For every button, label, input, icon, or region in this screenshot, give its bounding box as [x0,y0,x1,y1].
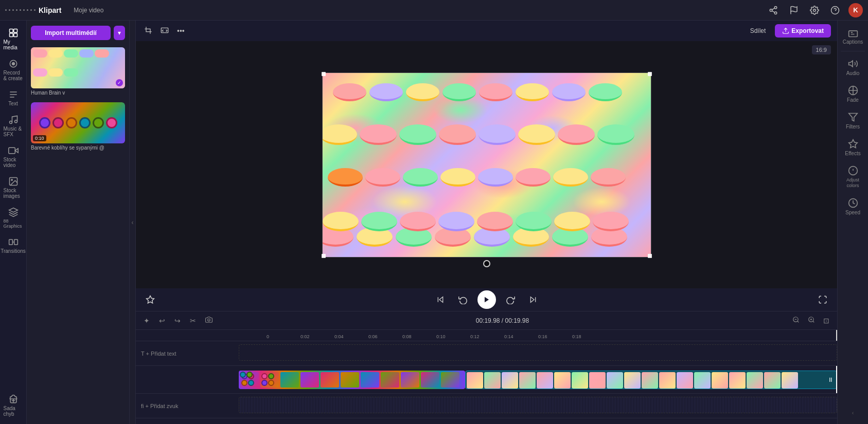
right-tool-speed[interactable]: Speed [839,194,867,219]
snapshot-button[interactable] [203,315,215,326]
media-thumb-brain: ✓ [31,47,125,88]
corner-tr[interactable] [648,72,652,76]
sidebar-label-my-media: My media [4,39,23,50]
main-area: My media Record & create Text Music & SF… [0,21,868,424]
svg-line-39 [813,321,814,323]
corner-tl[interactable] [322,72,326,76]
audio-track-row: fi + Přidat zvuk [136,394,837,418]
svg-marker-32 [530,297,534,303]
center-area: ••• Sdílet Exportovat 16:9 [136,21,837,424]
zoom-in-button[interactable] [805,315,818,326]
settings-icon[interactable] [807,3,822,17]
avatar[interactable]: K [848,3,863,17]
fit-timeline-button[interactable]: ⊡ [821,315,832,326]
panel-collapse-handle[interactable]: ‹ [130,21,136,424]
right-tool-filters[interactable]: Filters [839,108,867,134]
fit-screen-button[interactable] [158,24,171,38]
play-button[interactable] [477,290,496,309]
sidebar-item-record-create[interactable]: Record & create [2,56,25,84]
sidebar-item-report-bug[interactable]: Sada chyb [2,391,25,420]
help-icon[interactable] [828,3,842,17]
add-audio-button[interactable]: fi + Přidat zvuk [141,403,178,409]
sidebar-item-stock-images[interactable]: Stock images [2,173,25,202]
clip-macarons[interactable]: ⏸ [465,371,837,389]
video-track-content: ⏸ [239,366,837,393]
svg-rect-10 [13,29,17,33]
audio-track-label: fi + Přidat zvuk [136,403,239,409]
corner-bl[interactable] [322,254,326,258]
captions-button[interactable]: Captions [841,25,865,48]
sidebar-item-stock-video[interactable]: Stock video [2,142,25,171]
more-options-button[interactable]: ••• [175,25,187,37]
svg-rect-21 [9,239,12,245]
zoom-out-button[interactable] [790,315,802,326]
right-tool-adjust-colors[interactable]: Adjust colors [839,161,867,193]
right-tool-effects[interactable]: Effects [839,135,867,160]
svg-line-4 [772,8,774,9]
topbar: Klipart Moje video [0,0,868,21]
sidebar-label-graphics: 88 Graphics [4,218,23,229]
import-media-button[interactable]: Import multimédií [31,26,111,40]
timeline-playhead [836,366,837,393]
media-items-list: ✓ Human Brain v 0:10 Barev [27,45,129,154]
sidebar-label-transitions: Transitions [1,248,26,254]
cut-button[interactable]: ✂ [187,315,199,326]
text-track-row: T + Přidat text [136,341,837,366]
svg-rect-22 [14,239,17,245]
svg-point-2 [774,12,777,14]
sidebar-label-music: Music & SFX [4,126,23,137]
magic-timeline-button[interactable]: ✦ [141,315,152,326]
media-item-brain[interactable]: ✓ Human Brain v [31,47,125,97]
import-dropdown-button[interactable]: ▾ [114,26,125,40]
sidebar-item-music-sfx[interactable]: Music & SFX [2,112,25,140]
svg-point-20 [11,179,12,181]
corner-br[interactable] [648,254,652,258]
preview-toolbar-left: ••• [142,24,187,38]
right-sidebar-collapse[interactable]: ‹ [850,405,856,420]
undo-button[interactable]: ↩ [156,315,168,326]
ratio-badge: 16:9 [812,45,831,54]
redo-button[interactable]: ↪ [172,315,183,326]
media-item-donuts[interactable]: 0:10 Barevné koblíhy se sypanými @ [31,102,125,152]
share-icon[interactable] [766,3,781,17]
flag-icon[interactable] [787,3,801,17]
svg-point-14 [12,63,14,65]
sidebar-item-my-media[interactable]: My media [2,25,25,53]
crop-button[interactable] [142,24,154,38]
video-tab[interactable]: Moje video [69,5,108,16]
topbar-right: K [766,3,863,17]
svg-rect-42 [848,31,857,37]
sidebar-label-stock-video: Stock video [4,157,23,168]
sidebar-label-record: Record & create [4,70,23,81]
left-sidebar: My media Record & create Text Music & SF… [0,21,27,424]
right-tool-fade[interactable]: Fade [839,81,867,107]
forward-button[interactable] [502,291,519,308]
share-button[interactable]: Sdílet [745,25,771,36]
sidebar-item-transitions[interactable]: Transitions [2,234,25,257]
skip-forward-button[interactable] [525,291,541,308]
svg-rect-9 [9,29,13,33]
svg-point-0 [774,6,777,9]
svg-line-36 [798,321,799,323]
preview-toolbar: ••• Sdílet Exportovat [136,21,837,41]
right-tool-audio[interactable]: Audio [839,54,867,80]
fullscreen-button[interactable] [814,291,831,308]
svg-line-3 [772,11,774,12]
video-frame[interactable] [322,72,651,257]
app-title: Klipart [39,6,61,14]
rotate-handle[interactable] [483,260,490,267]
clip-donuts[interactable] [239,371,465,389]
skip-back-button[interactable] [432,291,449,308]
grid-icon[interactable] [5,9,36,11]
add-text-button[interactable]: T + Přidat text [141,351,176,357]
sidebar-item-text[interactable]: Text [2,86,25,109]
export-button[interactable]: Exportovat [775,24,831,38]
magic-edit-button[interactable] [142,291,158,308]
video-preview: 16:9 [136,41,837,288]
zoom-controls: ⊡ [790,315,832,326]
sidebar-item-graphics[interactable]: 88 Graphics [2,204,25,232]
text-track-content[interactable] [239,341,837,365]
sidebar-label-bug: Sada chyb [4,405,23,417]
rewind-button[interactable] [455,291,471,308]
audio-track-content[interactable] [239,394,837,418]
